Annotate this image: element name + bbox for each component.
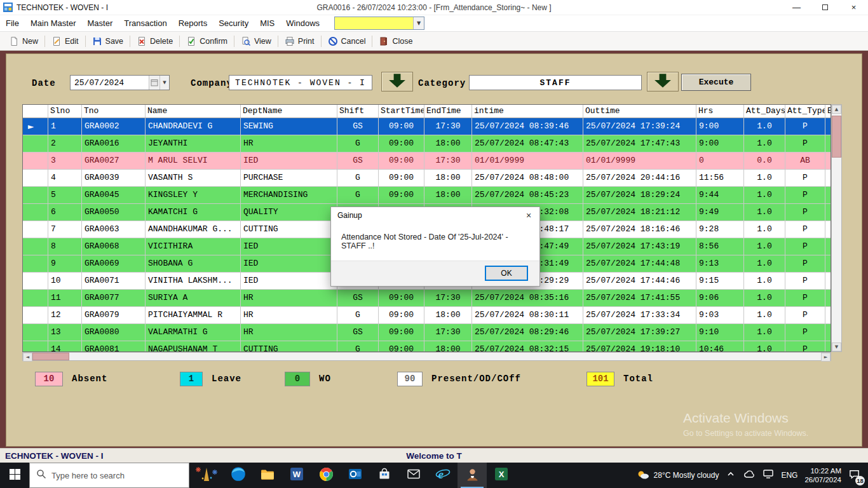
horizontal-scroll-thumb[interactable] [32, 353, 69, 360]
cell-shift: G [337, 341, 379, 352]
menu-file[interactable]: File [0, 15, 25, 32]
menu-security[interactable]: Security [213, 15, 254, 32]
taskbar-app-edge[interactable] [224, 463, 253, 488]
column-header-intime[interactable]: intime [472, 105, 583, 118]
menu-main-master[interactable]: Main Master [25, 15, 82, 32]
taskbar-search[interactable]: Type here to search [29, 463, 189, 488]
row-selector[interactable] [23, 341, 48, 352]
menu-mis[interactable]: MIS [254, 15, 280, 32]
column-header-shift[interactable]: Shift [337, 105, 379, 118]
row-selector[interactable] [23, 238, 48, 255]
row-selector[interactable] [23, 170, 48, 187]
taskbar-app-chrome[interactable] [311, 463, 341, 488]
close-window-button[interactable]: × [839, 0, 868, 15]
row-selector[interactable] [23, 204, 48, 221]
category-load-button[interactable] [647, 72, 679, 92]
language-indicator[interactable]: ENG [781, 471, 797, 480]
minimize-button[interactable]: — [782, 0, 811, 15]
vertical-scroll-thumb[interactable] [832, 116, 841, 158]
taskbar-app-store[interactable] [370, 463, 399, 488]
row-selector[interactable]: ► [23, 118, 48, 135]
scroll-right-button[interactable]: ► [821, 353, 831, 362]
view-button[interactable]: View [236, 34, 276, 49]
scroll-down-button[interactable]: ▼ [832, 342, 841, 351]
row-selector[interactable] [23, 221, 48, 238]
tray-display-button[interactable] [763, 468, 774, 482]
company-load-button[interactable] [381, 72, 413, 92]
column-header-name[interactable]: Name [146, 105, 241, 118]
weather-widget[interactable]: 28°C Mostly cloudy [636, 469, 719, 482]
column-header-att_type[interactable]: Att_Type [785, 105, 825, 118]
menu-master[interactable]: Master [81, 15, 118, 32]
row-selector[interactable] [23, 152, 48, 170]
column-header-att_days[interactable]: Att_Days [744, 105, 785, 118]
column-header-hrs[interactable]: Hrs [696, 105, 744, 118]
maximize-button[interactable] [811, 0, 839, 15]
taskbar-app-excel[interactable]: X [487, 463, 516, 488]
grid-row-2[interactable]: 2GRA0016JEYANTHIHRG09:0018:0025/07/2024 … [23, 135, 831, 152]
save-button[interactable]: Save [87, 34, 129, 49]
start-button[interactable] [0, 463, 29, 488]
grid-row-5[interactable]: 5GRA0045KINGSLEY YMERCHANDISINGG09:0018:… [23, 187, 831, 204]
grid-row-1[interactable]: ►1GRA0002CHANDRADEVI GSEWINGGS09:0017:30… [23, 118, 831, 135]
taskbar-app-mail[interactable] [399, 463, 428, 488]
clock[interactable]: 10:22 AM 26/07/2024 [804, 466, 841, 484]
category-input[interactable]: STAFF [469, 75, 642, 90]
row-selector[interactable] [23, 324, 48, 341]
print-button[interactable]: Print [280, 34, 320, 49]
grid-row-4[interactable]: 4GRA0039VASANTH SPURCHASEG09:0018:0025/0… [23, 170, 831, 187]
taskbar-app-explorer[interactable] [253, 463, 282, 488]
column-header-starttime[interactable]: StartTime [379, 105, 424, 118]
taskbar-app-word[interactable]: W [282, 463, 311, 488]
column-header-e[interactable]: E [825, 105, 831, 118]
taskbar-app-outlook[interactable] [341, 463, 370, 488]
tray-onedrive-button[interactable] [743, 469, 756, 482]
cell-tno: GRA0069 [82, 255, 146, 273]
row-selector[interactable] [23, 307, 48, 324]
row-selector[interactable] [23, 255, 48, 273]
menu-transaction[interactable]: Transaction [118, 15, 172, 32]
column-header-deptname[interactable]: DeptName [241, 105, 337, 118]
cancel-button[interactable]: Cancel [323, 34, 371, 49]
search-highlights-button[interactable] [189, 463, 224, 488]
summary-value: 1 [180, 372, 203, 386]
company-input[interactable]: TECHNOTEK - WOVEN - I [229, 75, 372, 90]
date-dropdown-button[interactable]: ▼ [159, 76, 169, 90]
menu-reports[interactable]: Reports [173, 15, 214, 32]
calendar-icon[interactable] [149, 76, 159, 90]
grid-row-14[interactable]: 14GRA0081NAGAPUSHANAM TCUTTINGG09:0018:0… [23, 341, 831, 352]
edit-button[interactable]: Edit [46, 34, 84, 49]
scroll-up-button[interactable]: ▲ [832, 105, 841, 114]
row-selector[interactable] [23, 273, 48, 290]
close-button[interactable]: Close [374, 34, 417, 49]
grid-row-12[interactable]: 12GRA0079PITCHAIYAMMAL RHRG09:0018:0025/… [23, 307, 831, 324]
tray-chevron-button[interactable] [726, 469, 736, 482]
taskbar-app-people[interactable] [458, 463, 487, 488]
grid-row-3[interactable]: 3GRA0027M ARUL SELVIIEDGS09:0017:3001/01… [23, 152, 831, 170]
grid-row-13[interactable]: 13GRA0080VALARMATHI GHRGS09:0017:3025/07… [23, 324, 831, 341]
action-center-button[interactable]: 18 [848, 468, 860, 483]
execute-button[interactable]: Execute [681, 74, 751, 91]
new-button[interactable]: New [4, 34, 43, 49]
cell-shift: GS [337, 324, 379, 341]
grid-row-11[interactable]: 11GRA0077SURIYA AHRGS09:0017:3025/07/202… [23, 290, 831, 307]
row-selector[interactable] [23, 290, 48, 307]
taskbar-app-ie[interactable]: e [428, 463, 458, 488]
menu-windows[interactable]: Windows [280, 15, 325, 32]
dialog-close-button[interactable]: × [518, 207, 539, 224]
row-selector[interactable] [23, 187, 48, 204]
row-selector[interactable] [23, 135, 48, 152]
delete-button[interactable]: Delete [132, 34, 178, 49]
column-header-tno[interactable]: Tno [82, 105, 146, 118]
ok-button[interactable]: OK [485, 266, 528, 281]
scroll-left-button[interactable]: ◄ [23, 353, 32, 362]
column-header-outtime[interactable]: Outtime [583, 105, 696, 118]
cell-endtime: 18:00 [424, 135, 472, 152]
cell-att_days: 1.0 [744, 273, 785, 290]
date-input[interactable]: 25/07/2024 ▼ [70, 75, 170, 90]
menu-combobox[interactable]: ▼ [334, 17, 424, 30]
column-header-endtime[interactable]: EndTime [424, 105, 472, 118]
column-header-slno[interactable]: Slno [48, 105, 82, 118]
horizontal-scrollbar[interactable]: ◄ ► [22, 352, 831, 361]
confirm-button[interactable]: Confirm [181, 34, 233, 49]
